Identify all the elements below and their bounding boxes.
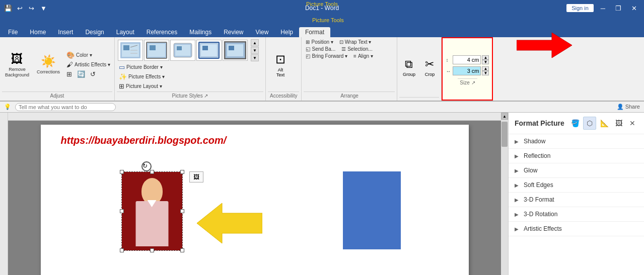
tab-help[interactable]: Help	[274, 27, 299, 37]
sign-in-button[interactable]: Sign in	[566, 4, 594, 12]
height-decrement[interactable]: ▼	[482, 60, 489, 64]
tab-layout[interactable]: Layout	[110, 27, 140, 37]
artistic-effects-label: Artistic Effects ▾	[75, 62, 110, 67]
align-button[interactable]: ≡ Align ▾	[351, 53, 375, 59]
width-decrement[interactable]: ▼	[482, 71, 489, 75]
width-increment[interactable]: ▲	[482, 66, 489, 71]
word-icon[interactable]: 💾	[4, 4, 12, 12]
remove-background-label: RemoveBackground	[5, 67, 29, 78]
style-thumb-4[interactable]	[196, 40, 222, 61]
3d-rotation-chevron: ▶	[515, 212, 519, 217]
tell-me-input[interactable]	[15, 103, 116, 111]
artistic-effects-panel-chevron: ▶	[515, 226, 519, 232]
picture-layout-button[interactable]: ⊞ Picture Layout ▾	[117, 82, 263, 90]
style-thumb-3[interactable]	[170, 40, 195, 61]
3d-format-section[interactable]: ▶ 3-D Format	[509, 193, 644, 207]
style-thumb-1[interactable]	[118, 40, 143, 61]
gallery-more[interactable]: ▼	[251, 54, 259, 61]
picture-border-button[interactable]: ▭ Picture Border ▾	[117, 63, 263, 71]
group-button-area: ⧉ Group ✂ Crop	[397, 37, 442, 101]
handle-bm[interactable]	[150, 248, 154, 252]
height-increment[interactable]: ▲	[482, 55, 489, 60]
soft-edges-section[interactable]: ▶ Soft Edges	[509, 178, 644, 193]
document-content: ↻	[61, 156, 449, 257]
panel-fill-icon[interactable]: 🪣	[568, 117, 582, 130]
minimize-button[interactable]: ─	[598, 5, 608, 12]
bring-forward-button[interactable]: ◰ Bring Forward ▾	[304, 53, 349, 59]
artistic-effects-section[interactable]: ▶ Artistic Effects	[509, 222, 644, 236]
color-button[interactable]: 🎨 Color ▾	[64, 51, 112, 59]
remove-background-button[interactable]: 🖼 RemoveBackground	[2, 50, 32, 79]
selection-pane-icon: ☰	[341, 46, 346, 52]
tab-design[interactable]: Design	[79, 27, 110, 37]
handle-br[interactable]	[180, 248, 184, 252]
3d-format-label: 3-D Format	[524, 196, 554, 203]
corrections-button[interactable]: ☀️ Corrections	[34, 53, 63, 76]
picture-effects-button[interactable]: ✨ Picture Effects ▾	[117, 72, 263, 81]
picture-effects-icon: ✨	[119, 73, 127, 80]
tab-format[interactable]: Format	[299, 27, 330, 37]
crop-button[interactable]: ✂ Crop	[420, 56, 439, 78]
picture-styles-expand-icon[interactable]: ↗	[204, 93, 208, 99]
shadow-label: Shadow	[524, 138, 545, 145]
handle-mr[interactable]	[180, 209, 184, 213]
format-picture-panel: Format Picture 🪣 ⬡ 📐 🖼 ✕ ▶ Shadow ▶ Refl…	[508, 113, 644, 275]
style-thumb-5[interactable]	[223, 40, 248, 61]
reflection-section[interactable]: ▶ Reflection	[509, 149, 644, 163]
tab-home[interactable]: Home	[24, 27, 52, 37]
group-objects-button[interactable]: ⧉ Group	[399, 56, 418, 78]
restore-button[interactable]: ❐	[612, 5, 624, 12]
close-button[interactable]: ✕	[628, 5, 640, 12]
tab-view[interactable]: View	[250, 27, 275, 37]
width-row: ↔ ▲ ▼	[446, 66, 489, 75]
tab-file[interactable]: File	[2, 27, 24, 37]
redo-button[interactable]: ↪	[27, 4, 36, 13]
height-input[interactable]	[453, 55, 481, 64]
position-button[interactable]: ⊞ Position ▾	[304, 39, 335, 45]
tab-mailings[interactable]: Mailings	[183, 27, 218, 37]
arrange-group: ⊞ Position ▾ ⊡ Wrap Text ▾ ◱ Send Ba... …	[302, 37, 397, 101]
picture-tools-label: Picture Tools	[306, 1, 338, 7]
change-picture-button[interactable]: 🔄	[75, 70, 87, 78]
scroll-up-button[interactable]: ▲	[501, 113, 508, 120]
3d-rotation-section[interactable]: ▶ 3-D Rotation	[509, 207, 644, 222]
handle-bl[interactable]	[120, 248, 124, 252]
title-bar-right: Sign in ─ ❐ ✕	[566, 4, 640, 12]
corrections-label: Corrections	[37, 69, 60, 75]
size-expand-icon[interactable]: ↗	[471, 80, 475, 85]
width-input[interactable]	[453, 66, 481, 75]
undo-button[interactable]: ↩	[15, 4, 25, 13]
tab-references[interactable]: References	[140, 27, 183, 37]
handle-tm[interactable]	[150, 170, 154, 174]
handle-tr[interactable]	[180, 170, 184, 174]
panel-layout-icon[interactable]: 📐	[598, 117, 611, 130]
gallery-scroll-up[interactable]: ▲	[251, 39, 259, 46]
scroll-thumb[interactable]	[502, 122, 508, 147]
gallery-scroll-down[interactable]: ▼	[251, 47, 259, 54]
share-icon: 👤 Share	[617, 104, 640, 110]
panel-picture-icon[interactable]: 🖼	[612, 117, 625, 130]
color-icon: 🎨	[66, 51, 75, 59]
panel-effects-icon[interactable]: ⬡	[583, 117, 596, 130]
yellow-arrow-left	[197, 201, 262, 247]
tab-review[interactable]: Review	[218, 27, 249, 37]
gallery-scroll-controls: ▲ ▼ ▼	[250, 39, 259, 62]
alt-text-button[interactable]: ⊡ AltText	[268, 51, 293, 79]
style-thumb-2[interactable]	[144, 40, 169, 61]
reset-picture-button[interactable]: ↺	[88, 70, 98, 78]
width-icon: ↔	[446, 68, 452, 74]
handle-tl[interactable]	[120, 170, 124, 174]
shadow-section[interactable]: ▶ Shadow	[509, 134, 644, 149]
wrap-text-button[interactable]: ⊡ Wrap Text ▾	[337, 39, 373, 45]
selection-pane-button[interactable]: ☰ Selection...	[339, 46, 374, 52]
compress-pictures-button[interactable]: ⊞	[64, 70, 74, 78]
picture-styles-group-label: Picture Styles ↗	[117, 91, 263, 100]
send-back-icon: ◱	[306, 46, 310, 52]
qs-dropdown-button[interactable]: ▼	[38, 4, 49, 13]
glow-section[interactable]: ▶ Glow	[509, 163, 644, 178]
panel-close-button[interactable]: ✕	[627, 118, 638, 128]
send-back-button[interactable]: ◱ Send Ba...	[304, 46, 337, 52]
tab-insert[interactable]: Insert	[52, 27, 79, 37]
handle-ml[interactable]	[120, 209, 124, 213]
artistic-effects-button[interactable]: 🖌 Artistic Effects ▾	[64, 60, 112, 69]
